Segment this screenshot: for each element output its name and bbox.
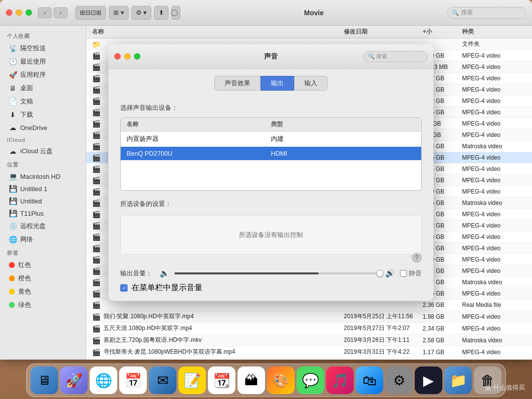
col-name: 名称: [127, 120, 271, 129]
calendar2-icon: 📆: [213, 372, 231, 389]
dock-music[interactable]: 🎵: [326, 366, 354, 394]
menubar-checkbox[interactable]: ✓: [120, 284, 128, 292]
dock-colorful[interactable]: 🎨: [267, 366, 295, 394]
share-button[interactable]: ⬆: [154, 6, 168, 20]
dock-messages[interactable]: 💬: [297, 366, 324, 394]
sound-search-box[interactable]: 🔍 搜索: [364, 51, 428, 62]
file-date: 2019年5月25日 上午11:56: [344, 312, 423, 321]
sidebar-item-applications[interactable]: 🚀 应用程序: [2, 68, 84, 81]
downloads-icon: ⬇: [9, 111, 17, 119]
view-icon-grid[interactable]: ⊞⊟⊡⊞: [75, 6, 106, 20]
table-row[interactable]: 🎬五尺天涯.1080p.HD中英双字.mp4 2019年5月27日 下午2:07…: [86, 323, 532, 334]
file-icon: 🎬: [92, 301, 100, 309]
close-button[interactable]: [6, 9, 12, 16]
sidebar-item-onedrive[interactable]: ☁ OneDrive: [2, 122, 84, 133]
file-icon: 🎬: [92, 325, 100, 332]
file-type: MPEG-4 video: [462, 245, 526, 252]
file-type: MPEG-4 video: [462, 75, 526, 82]
action-button[interactable]: ⚙ ▾: [132, 6, 152, 20]
fullscreen-button[interactable]: [26, 9, 32, 16]
dock-photos[interactable]: 🏔: [237, 366, 265, 394]
device-row-benq[interactable]: BenQ PD2700U HDMI: [121, 147, 421, 161]
sidebar-item-untitled[interactable]: 💾 Untitled: [2, 195, 84, 207]
t11plus-icon: 💾: [9, 209, 17, 217]
sidebar-item-tag-yellow[interactable]: 黄色: [2, 285, 84, 298]
sidebar-item-remote-disc[interactable]: 💿 远程光盘: [2, 220, 84, 233]
sound-close-button[interactable]: [114, 53, 121, 60]
dock-sysprefs[interactable]: ⚙: [385, 366, 413, 394]
sound-search-placeholder: 搜索: [376, 53, 387, 60]
file-icon: 🎬: [92, 142, 100, 150]
icloud-icon: ☁: [9, 147, 17, 155]
volume-fill: [174, 272, 319, 274]
file-list-header: 名称 修改日期 +小 种类: [86, 26, 532, 38]
table-row[interactable]: 🎬 2.36 GB Real Media file: [86, 299, 532, 311]
file-type: MPEG-4 video: [462, 154, 526, 161]
sound-minimize-button[interactable]: [124, 53, 131, 60]
volume-slider[interactable]: [174, 272, 380, 274]
table-row[interactable]: 🎬寻找斯蒂夫·麦昆.1080pWEBHD中英双语字幕.mp4 2019年3月31…: [86, 346, 532, 358]
back-button[interactable]: ‹: [38, 7, 52, 18]
dock-iina[interactable]: ▶: [415, 366, 442, 394]
help-button[interactable]: ?: [412, 253, 422, 263]
sidebar-item-airdrop[interactable]: 📡 隔空投送: [2, 42, 84, 55]
sidebar-item-label: 最近使用: [20, 57, 46, 66]
col-date: 修改日期: [344, 28, 423, 36]
tag-button[interactable]: ⃝: [171, 6, 180, 20]
arrange-button[interactable]: ⊞ ▾: [109, 6, 129, 20]
volume-knob[interactable]: [376, 270, 383, 277]
dock-mail[interactable]: ✉: [149, 366, 176, 394]
sidebar-item-tag-green[interactable]: 绿色: [2, 299, 84, 311]
settings-label: 所选设备的设置：: [120, 200, 171, 207]
dock-folder[interactable]: 📁: [444, 366, 472, 394]
mute-checkbox-row: 静音: [400, 269, 422, 278]
file-type: Matroska video: [462, 143, 526, 150]
calendar-icon: 📅: [125, 372, 142, 389]
device-table: 名称 类型 内置扬声器 内建 BenQ PD2700U HDMI: [120, 117, 422, 191]
file-type: MPEG-4 video: [462, 267, 526, 274]
sidebar-item-icloud-drive[interactable]: ☁ iCloud 云盘: [2, 145, 84, 158]
sidebar-item-t11plus[interactable]: 💾 T11Plus: [2, 207, 84, 219]
sidebar-item-network[interactable]: 🌐 网络: [2, 233, 84, 246]
sidebar-item-untitled1[interactable]: 💾 Untitled 1: [2, 183, 84, 195]
file-name: 我们·笑聚.1080p.HD中英双字.mp4: [103, 312, 194, 321]
table-row[interactable]: 🎬我们·笑聚.1080p.HD中英双字.mp4 2019年5月25日 上午11:…: [86, 311, 532, 323]
sidebar-item-documents[interactable]: 📄 文稿: [2, 95, 84, 108]
file-icon: 🎬: [92, 222, 100, 230]
sidebar-item-label: 文稿: [20, 97, 33, 106]
tab-output[interactable]: 输出: [261, 76, 294, 91]
search-placeholder: 搜索: [461, 8, 473, 17]
file-icon: 🎬: [92, 165, 100, 173]
sidebar-item-tag-red[interactable]: 红色: [2, 259, 84, 271]
dock-notes[interactable]: 📝: [178, 366, 206, 394]
minimize-button[interactable]: [16, 9, 22, 16]
dock-launchpad[interactable]: 🚀: [60, 366, 88, 394]
dock-finder[interactable]: 🖥: [31, 366, 58, 394]
forward-button[interactable]: ›: [54, 7, 67, 18]
device-type: 内建: [271, 134, 415, 143]
volume2-icon: 💾: [9, 197, 17, 205]
sidebar-item-tag-orange[interactable]: 橙色: [2, 272, 84, 285]
mute-checkbox[interactable]: [400, 270, 407, 277]
sidebar-item-downloads[interactable]: ⬇ 下载: [2, 108, 84, 121]
dock-chrome[interactable]: 🌐: [90, 366, 117, 394]
dock-calendar[interactable]: 📅: [119, 366, 147, 394]
sidebar-item-desktop[interactable]: 🖥 桌面: [2, 82, 84, 95]
search-box[interactable]: 🔍 搜索: [447, 7, 526, 19]
file-type: MPEG-4 video: [462, 64, 526, 70]
sidebar-item-recents[interactable]: 🕐 最近使用: [2, 55, 84, 68]
tab-input[interactable]: 输入: [294, 76, 328, 91]
dock-appstore[interactable]: 🛍: [356, 366, 383, 394]
file-icon: 🎬: [92, 290, 100, 298]
search-icon: 🔍: [452, 9, 459, 16]
file-type: Matroska video: [462, 200, 526, 206]
sidebar-item-macintosh-hd[interactable]: 💻 Macintosh HD: [2, 170, 84, 182]
device-row-builtin[interactable]: 内置扬声器 内建: [121, 132, 421, 147]
sidebar-item-label: Untitled: [20, 198, 42, 205]
file-icon: 🎬: [92, 348, 100, 356]
table-row[interactable]: 🎬喜剧之王.720p.国粤双语.HD中字.mkv 2019年3月26日 下午1:…: [86, 334, 532, 346]
sound-fullscreen-button[interactable]: [134, 53, 140, 60]
sidebar-header-tags: 标签: [0, 246, 86, 258]
tab-sound-effects[interactable]: 声音效果: [214, 76, 261, 91]
dock-calendar2[interactable]: 📆: [208, 366, 235, 394]
